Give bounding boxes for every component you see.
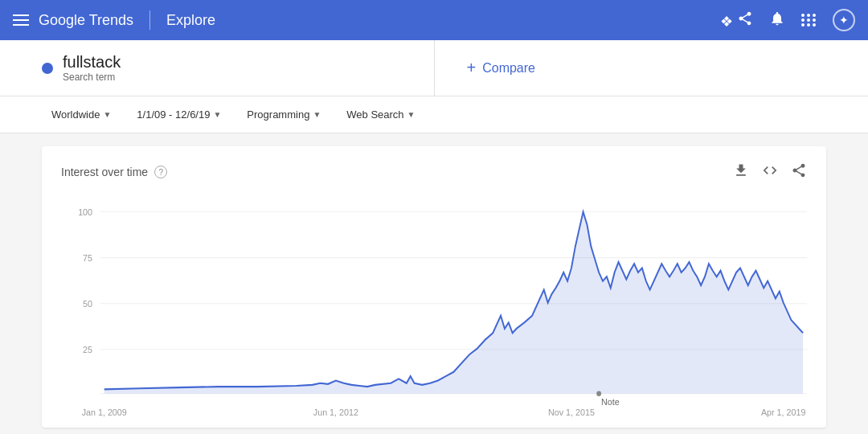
svg-text:Jun 1, 2012: Jun 1, 2012	[313, 407, 358, 417]
interest-over-time-chart: 100 75 50 25 Note Jan 1, 2009 Jun 1, 201…	[61, 194, 807, 420]
search-type-filter-label: Web Search	[346, 108, 403, 121]
chart-header: Interest over time ?	[61, 162, 807, 182]
location-filter-label: Worldwide	[51, 108, 100, 121]
term-color-dot	[42, 63, 53, 74]
search-type-filter[interactable]: Web Search ▼	[337, 104, 424, 125]
download-icon[interactable]	[733, 162, 749, 182]
explore-label: Explore	[166, 12, 215, 29]
search-type-dropdown-icon: ▼	[407, 110, 416, 119]
svg-text:Note: Note	[601, 396, 620, 407]
share-chart-icon[interactable]	[791, 162, 807, 182]
svg-text:Jan 1, 2009: Jan 1, 2009	[82, 407, 127, 417]
search-term-name: fullstack	[63, 53, 121, 72]
logo-text: Google Trends	[39, 12, 133, 29]
search-area: fullstack Search term + Compare	[0, 40, 868, 96]
filters-bar: Worldwide ▼ 1/1/09 - 12/6/19 ▼ Programmi…	[0, 96, 868, 133]
category-filter[interactable]: Programming ▼	[237, 104, 330, 125]
apps-icon[interactable]	[801, 14, 817, 27]
search-term-info: fullstack Search term	[63, 53, 121, 83]
svg-point-9	[596, 391, 601, 395]
search-term-box: fullstack Search term	[42, 40, 435, 96]
embed-icon[interactable]	[762, 162, 778, 182]
profile-icon[interactable]: ✦	[833, 9, 855, 31]
date-dropdown-icon: ▼	[213, 110, 221, 119]
svg-text:25: 25	[83, 345, 92, 355]
chart-svg: 100 75 50 25 Note Jan 1, 2009 Jun 1, 201…	[61, 194, 807, 420]
compare-plus-icon: +	[467, 59, 477, 77]
notifications-icon[interactable]	[769, 10, 785, 31]
location-filter[interactable]: Worldwide ▼	[42, 104, 121, 125]
header-divider	[149, 10, 150, 30]
chart-actions	[733, 162, 807, 182]
category-filter-label: Programming	[247, 108, 309, 121]
help-icon[interactable]: ?	[154, 166, 167, 178]
compare-button[interactable]: + Compare	[435, 40, 827, 96]
svg-text:75: 75	[83, 252, 92, 263]
date-filter[interactable]: 1/1/09 - 12/6/19 ▼	[127, 104, 231, 125]
header-right: ❖ ✦	[720, 9, 855, 31]
app-header: Google Trends Explore ❖ ✦	[0, 0, 868, 40]
compare-label: Compare	[482, 61, 535, 76]
svg-text:Apr 1, 2019: Apr 1, 2019	[761, 407, 806, 417]
chart-card: Interest over time ?	[42, 146, 826, 428]
header-left: Google Trends Explore	[13, 10, 215, 30]
location-dropdown-icon: ▼	[103, 110, 111, 119]
logo: Google Trends	[39, 12, 133, 29]
date-filter-label: 1/1/09 - 12/6/19	[137, 108, 210, 121]
svg-text:50: 50	[83, 299, 92, 309]
svg-text:Nov 1, 2015: Nov 1, 2015	[548, 407, 595, 417]
menu-button[interactable]	[13, 14, 29, 26]
share-icon[interactable]: ❖	[720, 10, 753, 31]
chart-title-area: Interest over time ?	[61, 166, 167, 178]
main-content: Interest over time ?	[0, 133, 868, 434]
search-term-label: Search term	[63, 72, 121, 83]
chart-title: Interest over time	[61, 166, 148, 178]
svg-text:100: 100	[78, 207, 92, 217]
category-dropdown-icon: ▼	[313, 110, 321, 119]
